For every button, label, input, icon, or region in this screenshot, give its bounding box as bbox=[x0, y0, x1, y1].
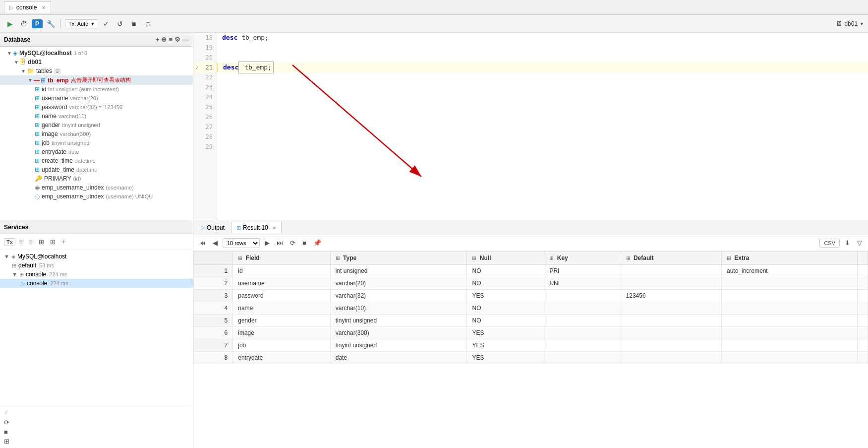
key-sort-icon: ⊞ bbox=[549, 256, 553, 261]
stree-conn-label: MySQL@localhost bbox=[17, 253, 67, 260]
tab-output[interactable]: ▷ Output bbox=[195, 222, 230, 234]
services-sort-icon[interactable]: ≡ bbox=[17, 237, 25, 247]
prev-page-button[interactable]: ◀ bbox=[211, 238, 220, 248]
table-row[interactable]: 8 entrydate date YES bbox=[194, 352, 868, 364]
tree-idx-primary[interactable]: 🔑 PRIMARY (id) bbox=[0, 174, 193, 183]
chevron-db-icon: ▼ bbox=[14, 60, 19, 65]
stree-default[interactable]: ⊞ default 53 ms bbox=[0, 261, 193, 270]
stop-results-button[interactable]: ■ bbox=[300, 238, 308, 248]
col-label-update_time: update_time bbox=[42, 166, 74, 173]
col-header-null[interactable]: ⊞ Null bbox=[467, 252, 544, 265]
stree-console-child[interactable]: ▷ console 224 ms bbox=[0, 279, 193, 288]
results-table-wrapper[interactable]: ⊞ Field ⊞ Type ⊞ Null bbox=[193, 251, 868, 448]
filter-icon[interactable]: ≡ bbox=[169, 36, 173, 43]
db-header-icons: + ⊕ ≡ ⚙ — bbox=[156, 36, 189, 43]
commit-button[interactable]: ✓ bbox=[100, 18, 112, 30]
col-header-default[interactable]: ⊞ Default bbox=[621, 252, 721, 265]
plugin-button[interactable]: P bbox=[32, 19, 43, 28]
result-tab-close[interactable]: ✕ bbox=[272, 225, 276, 231]
run-button[interactable]: ▶ bbox=[4, 18, 16, 30]
collapse-icon[interactable]: — bbox=[182, 36, 189, 43]
services-bottom-refresh[interactable]: ⟳ bbox=[2, 418, 191, 427]
col-label-gender: gender bbox=[42, 122, 60, 128]
tree-idx-emp_username_1[interactable]: ◉ emp_username_uindex (username) bbox=[0, 183, 193, 192]
cell-key bbox=[544, 302, 621, 315]
first-page-button[interactable]: ⏮ bbox=[197, 238, 208, 248]
table-row[interactable]: 3 password varchar(32) YES 123456 bbox=[194, 290, 868, 302]
tree-connection[interactable]: ▼ ◈ MySQL@localhost 1 of 6 bbox=[0, 49, 193, 58]
col-icon-name: ⊞ bbox=[35, 113, 40, 120]
tree-tables-folder[interactable]: ▼ 📁 tables 2 bbox=[0, 66, 193, 75]
tree-table-tb_emp[interactable]: ▼ — ⊞ tb_emp 点击展开即可查看表结构 bbox=[0, 75, 193, 85]
table-row[interactable]: 6 image varchar(300) YES bbox=[194, 327, 868, 339]
tables-count: 2 bbox=[54, 68, 61, 74]
console-tab[interactable]: ▷ console ✕ bbox=[4, 1, 51, 13]
col-header-type[interactable]: ⊞ Type bbox=[330, 252, 467, 265]
export-button[interactable]: ⬇ bbox=[843, 238, 852, 248]
line-26: 26 bbox=[193, 112, 217, 122]
col-header-extra[interactable]: ⊞ Extra bbox=[721, 252, 857, 265]
rollback-button[interactable]: ↺ bbox=[114, 18, 126, 30]
format-button[interactable]: ≡ bbox=[142, 18, 154, 30]
stree-console-parent[interactable]: ▼ ⊞ console 224 ms bbox=[0, 270, 193, 279]
col-label-image: image bbox=[42, 130, 58, 137]
tree-col-job[interactable]: ⊞ job tinyint unsigned bbox=[0, 138, 193, 147]
services-add-icon[interactable]: + bbox=[59, 237, 67, 247]
services-group-icon[interactable]: ⊞ bbox=[37, 237, 46, 247]
table-row[interactable]: 7 job tinyint unsigned YES bbox=[194, 339, 868, 352]
chevron-icon: ▼ bbox=[7, 51, 12, 56]
filter-button[interactable]: ▽ bbox=[855, 238, 864, 248]
services-bottom-stop[interactable]: ■ bbox=[2, 427, 191, 437]
services-filter-icon[interactable]: ≡ bbox=[27, 237, 35, 247]
console-tab-close[interactable]: ✕ bbox=[42, 5, 46, 10]
csv-export-button[interactable]: CSV bbox=[819, 239, 840, 248]
table-row[interactable]: 5 gender tinyint unsigned NO bbox=[194, 315, 868, 327]
tree-col-name[interactable]: ⊞ name varchar(10) bbox=[0, 112, 193, 121]
last-page-button[interactable]: ⏭ bbox=[275, 238, 285, 248]
tree-col-id[interactable]: ⊞ id int unsigned (auto increment) bbox=[0, 85, 193, 94]
col-header-field[interactable]: ⊞ Field bbox=[233, 252, 330, 265]
table-row[interactable]: 1 id int unsigned NO PRI auto_increment bbox=[194, 265, 868, 277]
pin-button[interactable]: 📌 bbox=[311, 238, 323, 248]
tree-col-entrydate[interactable]: ⊞ entrydate date bbox=[0, 147, 193, 156]
tree-database[interactable]: ▼ 🗄 db01 bbox=[0, 58, 193, 66]
stree-connection[interactable]: ▼ ◈ MySQL@localhost bbox=[0, 252, 193, 261]
idx-label-emp_username_2: emp_username_uindex bbox=[42, 193, 104, 200]
table-row[interactable]: 4 name varchar(10) NO bbox=[194, 302, 868, 315]
settings-icon[interactable]: ⚙ bbox=[174, 36, 180, 43]
tables-folder-label: tables bbox=[36, 67, 52, 74]
stree-console-child-icon: ▷ bbox=[21, 280, 25, 287]
tree-col-gender[interactable]: ⊞ gender tinyint unsigned bbox=[0, 121, 193, 129]
chevron-tables-icon: ▼ bbox=[21, 68, 26, 74]
tree-idx-emp_username_2[interactable]: ◌ emp_username_uindex (username) UNIQU bbox=[0, 192, 193, 201]
col-icon-image: ⊞ bbox=[35, 130, 40, 137]
rows-per-page-select[interactable]: 10 rows 20 rows 50 rows 100 rows bbox=[223, 238, 260, 248]
stop-button[interactable]: ■ bbox=[128, 18, 140, 30]
tx-select[interactable]: Tx: Auto ▼ bbox=[65, 19, 98, 28]
tree-col-update_time[interactable]: ⊞ update_time datetime bbox=[0, 165, 193, 174]
add-icon[interactable]: + bbox=[156, 36, 160, 43]
code-editor[interactable]: desc tb_emp; desc tb_emp; bbox=[217, 33, 868, 220]
row-num: 2 bbox=[194, 277, 233, 290]
cell-more bbox=[858, 290, 868, 302]
col-header-key[interactable]: ⊞ Key bbox=[544, 252, 621, 265]
sync-icon[interactable]: ⊕ bbox=[161, 36, 167, 43]
cell-type: varchar(300) bbox=[330, 327, 467, 339]
services-pin-icon[interactable]: ⊞ bbox=[48, 237, 58, 247]
editor-area[interactable]: 18 19 20 ✓ 21 22 23 24 25 26 27 28 29 bbox=[193, 33, 868, 220]
tab-result[interactable]: ⊞ Result 10 ✕ bbox=[231, 222, 282, 233]
services-header: Services bbox=[0, 220, 193, 234]
tree-col-create_time[interactable]: ⊞ create_time datetime bbox=[0, 156, 193, 165]
table-row[interactable]: 2 username varchar(20) NO UNI bbox=[194, 277, 868, 290]
tree-col-image[interactable]: ⊞ image varchar(300) bbox=[0, 129, 193, 138]
cell-extra bbox=[721, 339, 857, 352]
refresh-button[interactable]: ⟳ bbox=[288, 238, 297, 248]
tree-col-password[interactable]: ⊞ password varchar(32) = '123456' bbox=[0, 103, 193, 112]
tree-col-username[interactable]: ⊞ username varchar(20) bbox=[0, 94, 193, 103]
settings-button[interactable]: 🔧 bbox=[45, 18, 57, 30]
history-button[interactable]: ⏱ bbox=[18, 18, 30, 30]
services-bottom-grid[interactable]: ⊞ bbox=[2, 437, 191, 446]
next-page-button[interactable]: ▶ bbox=[263, 238, 272, 248]
results-toolbar: ⏮ ◀ 10 rows 20 rows 50 rows 100 rows ▶ ⏭… bbox=[193, 235, 868, 251]
db-indicator[interactable]: 🖥 db01 ▼ bbox=[836, 20, 864, 27]
